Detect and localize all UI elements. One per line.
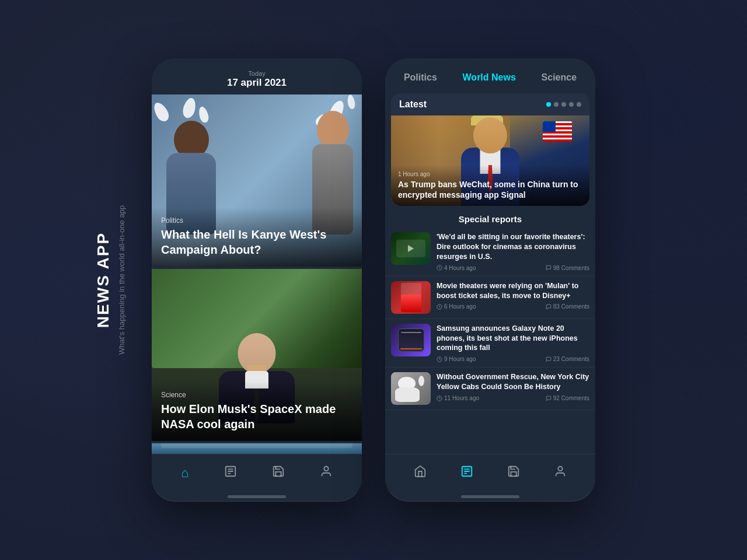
tab-politics[interactable]: Politics xyxy=(399,70,442,85)
right-phone-content: Latest xyxy=(385,91,595,454)
left-phone-indicator xyxy=(228,495,286,498)
report-time-3: 9 Hours ago xyxy=(437,356,476,362)
left-phone-header: Today 17 april 2021 xyxy=(152,58,362,94)
report-item-2[interactable]: Movie theaters were relying on 'Mulan' t… xyxy=(385,276,595,319)
save-icon xyxy=(272,465,285,481)
report-thumb-1 xyxy=(391,232,431,265)
report-thumb-4 xyxy=(391,372,431,405)
elon-card[interactable]: Science How Elon Musk's SpaceX made NASA… xyxy=(152,269,362,441)
report-comments-1: 98 Comments xyxy=(546,265,589,271)
left-nav-news[interactable] xyxy=(215,460,246,486)
today-label: Today xyxy=(163,70,350,77)
news-icon xyxy=(224,465,237,481)
right-nav-news[interactable] xyxy=(451,460,483,486)
report-meta-1: 4 Hours ago 98 Comments xyxy=(437,265,589,271)
kanye-title: What the Hell Is Kanye West's Campaign A… xyxy=(161,227,352,257)
report-meta-4: 11 Hours ago 92 Comments xyxy=(437,395,589,401)
american-flag xyxy=(543,121,572,142)
right-news-icon xyxy=(460,465,473,481)
right-phone-indicator xyxy=(461,495,519,498)
third-card[interactable] xyxy=(152,443,362,454)
svg-point-13 xyxy=(558,467,562,471)
tab-science[interactable]: Science xyxy=(537,70,581,85)
profile-icon xyxy=(320,465,333,481)
latest-section: Latest xyxy=(391,93,589,206)
report-time-1: 4 Hours ago xyxy=(437,265,476,271)
latest-title: Latest xyxy=(399,99,427,110)
dot-3 xyxy=(561,102,566,107)
phones-container: Today 17 april 2021 xyxy=(152,58,595,502)
report-time-2: 6 Hours ago xyxy=(437,303,476,310)
kanye-card-overlay: Politics What the Hell Is Kanye West's C… xyxy=(152,207,362,267)
petal-1 xyxy=(152,100,172,124)
trump-head xyxy=(473,117,507,153)
dot-2 xyxy=(554,102,558,107)
dots-indicator xyxy=(546,102,581,107)
report-title-2: Movie theaters were relying on 'Mulan' t… xyxy=(437,281,589,301)
report-comments-2: 83 Comments xyxy=(546,303,589,310)
right-phone-tabs: Politics World News Science xyxy=(385,58,595,91)
elon-card-overlay: Science How Elon Musk's SpaceX made NASA… xyxy=(152,382,362,441)
right-phone-nav xyxy=(385,454,595,492)
kanye-category: Politics xyxy=(161,216,352,225)
report-item-3[interactable]: Samsung announces Galaxy Note 20 phones,… xyxy=(385,319,595,368)
left-phone-content: Politics What the Hell Is Kanye West's C… xyxy=(152,94,362,454)
elon-title: How Elon Musk's SpaceX made NASA cool ag… xyxy=(161,401,352,432)
latest-time: 1 Hours ago xyxy=(398,171,582,177)
dot-4 xyxy=(569,102,574,107)
report-meta-2: 6 Hours ago 83 Comments xyxy=(437,303,589,310)
report-meta-3: 9 Hours ago 23 Comments xyxy=(437,356,589,362)
left-phone-nav: ⌂ xyxy=(152,454,362,492)
left-nav-saved[interactable] xyxy=(263,460,294,486)
latest-image-overlay: 1 Hours ago As Trump bans WeChat, some i… xyxy=(391,165,589,206)
report-time-4: 11 Hours ago xyxy=(437,395,479,401)
right-nav-profile[interactable] xyxy=(544,460,576,486)
home-icon: ⌂ xyxy=(181,466,189,481)
svg-point-4 xyxy=(324,467,328,471)
kanye-card[interactable]: Politics What the Hell Is Kanye West's C… xyxy=(152,94,362,267)
dot-1 xyxy=(546,102,551,107)
elon-category: Science xyxy=(161,391,352,399)
right-profile-icon xyxy=(554,465,567,481)
left-phone: Today 17 april 2021 xyxy=(152,58,362,502)
report-content-1: 'We'd all be sitting in our favorite the… xyxy=(437,232,589,271)
dot-5 xyxy=(577,102,581,107)
right-phone: Politics World News Science Latest xyxy=(385,58,595,502)
report-title-1: 'We'd all be sitting in our favorite the… xyxy=(437,232,589,262)
report-content-4: Without Government Rescue, New York City… xyxy=(437,372,589,401)
report-thumb-3 xyxy=(391,324,431,356)
app-tagline: What's happening in the world all-in-one… xyxy=(117,205,126,355)
right-nav-saved[interactable] xyxy=(498,460,529,486)
latest-image[interactable]: 1 Hours ago As Trump bans WeChat, some i… xyxy=(391,116,589,206)
app-name: NEWS APP xyxy=(94,232,113,328)
tab-world-news[interactable]: World News xyxy=(458,70,521,85)
latest-header: Latest xyxy=(391,93,589,116)
report-comments-4: 92 Comments xyxy=(546,395,589,401)
report-item-1[interactable]: 'We'd all be sitting in our favorite the… xyxy=(385,228,595,276)
right-nav-home[interactable] xyxy=(404,460,436,486)
report-item-4[interactable]: Without Government Rescue, New York City… xyxy=(385,368,595,410)
report-title-3: Samsung announces Galaxy Note 20 phones,… xyxy=(437,324,589,354)
special-reports-title: Special reports xyxy=(385,209,595,228)
left-nav-home[interactable]: ⌂ xyxy=(172,461,198,485)
special-reports-section: Special reports 'We'd all be sitting in … xyxy=(385,209,595,454)
petal-2 xyxy=(181,97,197,120)
report-thumb-2 xyxy=(391,281,431,314)
right-save-icon xyxy=(507,465,520,481)
petal-5 xyxy=(347,94,356,110)
report-content-3: Samsung announces Galaxy Note 20 phones,… xyxy=(437,324,589,363)
sidebar-branding: NEWS APP What's happening in the world a… xyxy=(94,205,126,355)
report-content-2: Movie theaters were relying on 'Mulan' t… xyxy=(437,281,589,310)
left-nav-profile[interactable] xyxy=(310,460,342,486)
latest-headline: As Trump bans WeChat, some in China turn… xyxy=(398,179,582,200)
kim-head xyxy=(317,111,349,149)
report-comments-3: 23 Comments xyxy=(546,356,589,362)
today-date: 17 april 2021 xyxy=(163,77,350,89)
report-title-4: Without Government Rescue, New York City… xyxy=(437,372,589,392)
right-home-icon xyxy=(414,465,427,481)
